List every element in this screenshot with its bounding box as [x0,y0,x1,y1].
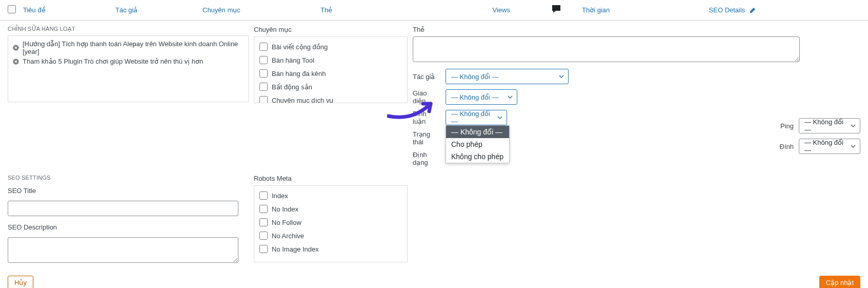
template-select[interactable]: — Không đổi — [446,89,517,105]
chevron-down-icon [497,115,502,120]
seo-details-label: SEO Details [709,6,745,14]
col-views[interactable]: Views [454,6,531,14]
col-category[interactable]: Chuyên mục [203,6,320,14]
ping-label: Ping [780,122,794,130]
seo-desc-label: SEO Description [8,223,249,231]
format-label: Định dạng [413,151,440,166]
seo-desc-input[interactable] [8,237,238,263]
category-checkbox[interactable] [259,96,268,103]
comments-dropdown-menu: — Không đổi — Cho phép Không cho phép [446,125,510,163]
col-time[interactable]: Thời gian [582,6,695,14]
comments-option-allow[interactable]: Cho phép [446,138,509,150]
ping-select[interactable]: — Không đổi — [799,118,860,133]
chevron-down-icon [508,94,513,100]
robots-option[interactable]: No Follow [258,216,403,229]
sticky-select[interactable]: — Không đổi — [799,139,860,154]
list-item-title: [Hướng dẫn] Tích hợp thanh toán Alepay t… [23,40,244,55]
robots-checkbox[interactable] [259,191,268,200]
categories-label: Chuyên mục [254,26,408,33]
template-field-row: Giao diện — Không đổi — [413,89,860,105]
category-checkbox[interactable] [259,83,268,91]
sticky-select-value: — Không đổi — [804,139,845,154]
col-comments[interactable] [531,4,582,16]
bulk-edit-panel: CHỈNH SỬA HÀNG LOẠT [Hướng dẫn] Tích hợp… [0,21,868,166]
comments-label: Bình luận [413,110,440,125]
cancel-button[interactable]: Hủy [8,276,33,288]
tags-label: Thẻ [413,26,860,33]
col-tag[interactable]: Thẻ [320,6,454,14]
categories-section: Chuyên mục Bài viết cộng đồng Bán hàng T… [254,26,408,166]
ping-select-value: — Không đổi — [804,118,845,133]
sticky-field-row: Đính — Không đổi — [780,139,860,154]
robots-option[interactable]: No Image Index [258,242,403,256]
pencil-icon [749,7,756,14]
sticky-label: Đính [780,143,794,150]
chevron-down-icon [559,74,564,79]
seo-title-label: SEO Title [8,187,249,195]
comments-option-unchanged[interactable]: — Không đổi — [446,126,509,138]
robots-option[interactable]: No Index [258,202,403,216]
template-select-value: — Không đổi — [451,93,499,101]
robots-checkbox[interactable] [259,245,268,253]
list-item: Tham khảo 5 Plugin Trò chơi giúp Website… [12,56,244,66]
robots-checkbox[interactable] [259,218,268,226]
comments-select-value: — Không đổi — [451,110,492,125]
robots-option[interactable]: Index [258,189,403,202]
category-option[interactable]: Bài viết cộng đồng [258,40,403,53]
seo-title-input[interactable] [8,201,238,216]
category-option[interactable]: Chuyên mục dịch vụ [258,93,403,103]
col-title[interactable]: Tiêu đề [23,6,115,14]
remove-icon[interactable] [12,58,19,65]
seo-row: SEO SETTINGS SEO Title SEO Description R… [0,166,868,270]
robots-option[interactable]: No Archive [258,229,403,242]
category-checkbox[interactable] [259,56,268,64]
comments-select[interactable]: — Không đổi — [446,110,507,125]
categories-listbox[interactable]: Bài viết cộng đồng Bán hàng Tool Bán hàn… [254,36,408,103]
category-checkbox[interactable] [259,69,268,78]
category-checkbox[interactable] [259,43,268,51]
comments-option-disallow[interactable]: Không cho phép [446,150,509,163]
tags-input[interactable] [413,36,800,62]
ping-field-row: Ping — Không đổi — [780,118,860,133]
robots-listbox[interactable]: Index No Index No Follow No Archive No I… [254,185,408,262]
robots-checkbox[interactable] [259,205,268,213]
right-fields: Ping — Không đổi — Đính — Không đổi — [780,118,860,154]
author-field-row: Tác giả — Không đổi — [413,69,860,84]
update-button[interactable]: Cập nhật [819,276,860,288]
author-select[interactable]: — Không đổi — [446,69,569,84]
table-header: Tiêu đề Tác giả Chuyên mục Thẻ Views Thờ… [0,0,868,21]
list-item: [Hướng dẫn] Tích hợp thanh toán Alepay t… [12,39,244,56]
select-all-checkbox[interactable] [8,5,16,13]
seo-settings-section: SEO SETTINGS SEO Title SEO Description [8,175,249,264]
col-seo-details[interactable]: SEO Details [695,6,761,14]
bulk-posts-section: CHỈNH SỬA HÀNG LOẠT [Hướng dẫn] Tích hợp… [8,26,249,166]
robots-checkbox[interactable] [259,232,268,240]
bulk-posts-listbox[interactable]: [Hướng dẫn] Tích hợp thanh toán Alepay t… [8,35,249,102]
category-option[interactable]: Bán hàng đa kênh [258,67,403,80]
author-label: Tác giả [413,73,440,81]
status-label: Trạng thái [413,130,440,146]
footer: Hủy Cập nhật [0,270,868,288]
chevron-down-icon [851,123,856,128]
template-label: Giao diện [413,89,440,105]
bulk-edit-heading: CHỈNH SỬA HÀNG LOẠT [8,26,249,32]
chevron-down-icon [851,144,856,149]
comment-icon [551,4,561,12]
robots-meta-label: Robots Meta [254,175,408,182]
col-author[interactable]: Tác giả [115,6,203,14]
list-item-title: Tham khảo 5 Plugin Trò chơi giúp Website… [23,57,203,65]
category-option[interactable]: Bán hàng Tool [258,53,403,67]
seo-settings-heading: SEO SETTINGS [8,175,249,181]
author-select-value: — Không đổi — [451,73,499,81]
robots-meta-section: Robots Meta Index No Index No Follow No … [254,175,408,264]
remove-icon[interactable] [12,44,19,51]
category-option[interactable]: Bất động sản [258,80,403,93]
